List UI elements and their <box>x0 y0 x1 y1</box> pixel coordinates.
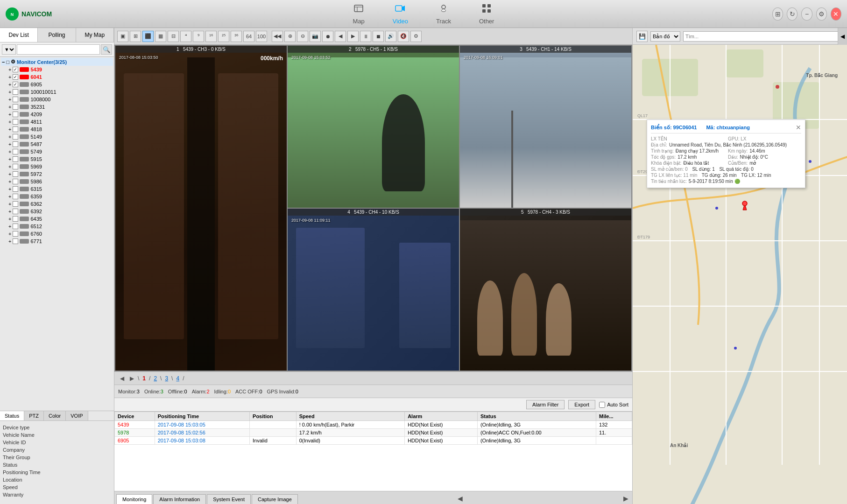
tree-item-6359[interactable]: + 6359 <box>1 193 113 200</box>
tree-item-6041[interactable]: + ✓ 6041 <box>1 73 113 81</box>
page-1-btn[interactable]: 1 <box>141 375 147 382</box>
tree-item-6315[interactable]: + 6315 <box>1 185 113 193</box>
page-next-btn[interactable]: ▶ <box>128 375 136 382</box>
check-100010011[interactable] <box>13 89 18 95</box>
map-collapse-btn[interactable]: ◀ <box>838 28 847 45</box>
vtool-settings[interactable]: ⚙ <box>410 31 422 42</box>
vtool-pause[interactable]: ⏸ <box>360 31 371 42</box>
check-6771[interactable] <box>13 238 18 244</box>
page-2-btn[interactable]: 2 <box>152 375 158 382</box>
settings-control-btn[interactable]: ⚙ <box>816 7 827 21</box>
tree-item-1008000[interactable]: + 1008000 <box>1 96 113 103</box>
tree-item-5986[interactable]: + 5986 <box>1 178 113 185</box>
table-row[interactable]: 5439 2017-09-08 15:03:05 ! 0.00 km/h(Eas… <box>115 421 632 429</box>
tree-item-6435[interactable]: + 6435 <box>1 215 113 223</box>
tree-item-4811[interactable]: + 4811 <box>1 118 113 126</box>
auto-sort-checkbox[interactable] <box>599 402 605 408</box>
grid-control-btn[interactable]: ⊞ <box>772 7 783 21</box>
vtool-sound[interactable]: 🔊 <box>385 31 396 42</box>
video-cell-1[interactable]: 1 5439 - CH3 - 0 KB/S 2017-08-08 15:03:5… <box>115 46 287 371</box>
check-6905[interactable]: ✓ <box>13 82 18 87</box>
video-cell-5[interactable]: 5 5978 - CH4 - 3 KB/S <box>460 209 631 371</box>
auto-sort-label[interactable]: Auto Sort <box>599 402 628 408</box>
check-5749[interactable] <box>13 149 18 154</box>
btab-scroll-right[interactable]: ▶ <box>621 493 630 504</box>
vtool-36[interactable]: ²⁵ <box>218 31 229 42</box>
video-cell-2[interactable]: 2 5978 - CH5 - 1 KB/S 2017-09-08 15:03:5… <box>288 46 459 208</box>
map-container[interactable]: QL17 ĐT295 ĐT179 Tp. Bắc Giang BẮC NINH … <box>633 45 847 504</box>
tab-voip[interactable]: VOIP <box>66 411 88 420</box>
refresh-control-btn[interactable]: ↻ <box>787 7 798 21</box>
vtool-six[interactable]: ⬛ <box>142 31 154 42</box>
map-search-input[interactable] <box>683 31 843 42</box>
vtool-100[interactable]: 64 <box>243 31 254 42</box>
map-type-select[interactable]: Bản đồ Vệ tinh Địa hình <box>650 31 680 42</box>
vtool-16[interactable]: ⁹ <box>193 31 204 42</box>
vtool-25[interactable]: ¹⁶ <box>205 31 217 42</box>
tree-search-input[interactable] <box>17 44 100 55</box>
tree-item-35231[interactable]: + 35231 <box>1 103 113 111</box>
vtool-single[interactable]: ▣ <box>117 31 128 42</box>
vtool-8[interactable]: ▦ <box>155 31 166 42</box>
tree-search-select[interactable]: ▼ <box>2 44 16 55</box>
export-btn[interactable]: Export <box>568 400 595 409</box>
check-5986[interactable] <box>13 179 18 184</box>
tab-ptz[interactable]: PTZ <box>24 411 44 420</box>
close-control-btn[interactable]: ✕ <box>831 7 841 21</box>
btab-monitoring[interactable]: Monitoring <box>116 494 152 504</box>
vtool-10[interactable]: ⁴ <box>180 31 191 42</box>
check-6362[interactable] <box>13 201 18 207</box>
table-row[interactable]: 5978 2017-09-08 15:02:56 17.2 km/h HDD(N… <box>115 429 632 437</box>
vtool-record[interactable]: ⏺ <box>322 31 333 42</box>
check-5149[interactable] <box>13 134 18 140</box>
tree-item-5749[interactable]: + 5749 <box>1 148 113 155</box>
check-5439[interactable]: ✓ <box>13 67 18 72</box>
tree-item-5149[interactable]: + 5149 <box>1 133 113 140</box>
vtool-forward[interactable]: ▶ <box>347 31 359 42</box>
tree-item-6512[interactable]: + 6512 <box>1 223 113 230</box>
nav-track[interactable]: Track <box>436 3 451 25</box>
vtool-prev[interactable]: ◀◀ <box>272 31 283 42</box>
check-5915[interactable] <box>13 156 18 162</box>
popup-close-btn[interactable]: ✕ <box>796 124 801 131</box>
vtool-snapshot[interactable]: 📷 <box>310 31 321 42</box>
btab-alarm[interactable]: Alarm Information <box>153 494 206 504</box>
btab-capture[interactable]: Capture Image <box>252 494 298 504</box>
check-4209[interactable] <box>13 112 18 117</box>
vtool-quad[interactable]: ⊞ <box>130 31 141 42</box>
check-6760[interactable] <box>13 231 18 237</box>
btab-scroll-left[interactable]: ◀ <box>456 493 465 504</box>
vtool-stop[interactable]: ⏹ <box>373 31 384 42</box>
tree-item-6905[interactable]: + ✓ 6905 <box>1 81 113 88</box>
table-row[interactable]: 6905 2017-09-08 15:03:08 Invalid 0(Inval… <box>115 437 632 445</box>
page-3-btn[interactable]: 3 <box>163 375 169 382</box>
tab-devlist[interactable]: Dev List <box>0 28 38 42</box>
map-save-btn[interactable]: 💾 <box>636 31 648 42</box>
tree-item-6771[interactable]: + 6771 <box>1 238 113 245</box>
tab-status[interactable]: Status <box>0 411 24 420</box>
vtool-9[interactable]: ⊟ <box>168 31 179 42</box>
tree-item-4818[interactable]: + 4818 <box>1 126 113 133</box>
video-cell-3[interactable]: 3 5439 - CH1 - 14 KB/S 2017-09-08 16:09:… <box>460 46 631 208</box>
check-1008000[interactable] <box>13 97 18 102</box>
tree-item-5439[interactable]: + ✓ 5439 <box>1 66 113 73</box>
check-6315[interactable] <box>13 186 18 192</box>
tree-item-6760[interactable]: + 6760 <box>1 230 113 238</box>
tab-polling[interactable]: Polling <box>38 28 76 42</box>
tree-item-5915[interactable]: + 5915 <box>1 155 113 163</box>
check-6392[interactable] <box>13 209 18 214</box>
alarm-filter-btn[interactable]: Alarm Filter <box>526 400 565 409</box>
tree-search-btn[interactable]: 🔍 <box>101 44 112 55</box>
tree-item-6362[interactable]: + 6362 <box>1 200 113 208</box>
check-5487[interactable] <box>13 141 18 147</box>
check-35231[interactable] <box>13 104 18 110</box>
video-cell-4[interactable]: 4 5439 - CH4 - 10 KB/S 2017-09-08 11:09:… <box>288 209 459 371</box>
vtool-mute[interactable]: 🔇 <box>398 31 409 42</box>
check-5972[interactable] <box>13 171 18 177</box>
minimize-control-btn[interactable]: − <box>801 7 812 21</box>
btab-system[interactable]: System Event <box>207 494 251 504</box>
vtool-100b[interactable]: 100 <box>256 31 267 42</box>
check-6435[interactable] <box>13 216 18 222</box>
tab-mymap[interactable]: My Map <box>76 28 114 42</box>
page-prev-btn[interactable]: ◀ <box>118 375 126 382</box>
